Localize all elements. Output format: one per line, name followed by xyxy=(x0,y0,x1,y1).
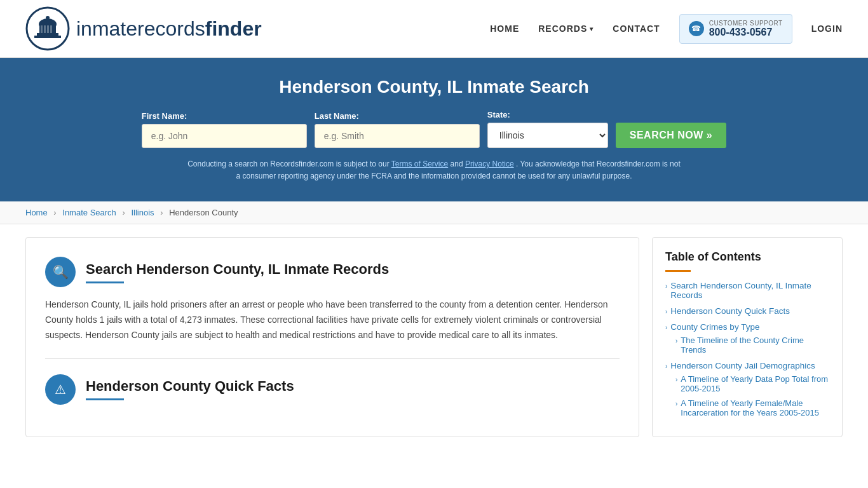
quickfacts-section-header: ⚠ Henderson County Quick Facts xyxy=(45,374,620,405)
breadcrumb-sep-1: › xyxy=(53,208,56,217)
site-header: inmaterecordsfinder HOME RECORDS ▾ CONTA… xyxy=(0,0,868,58)
toc-chevron-yearly-pop: › xyxy=(675,376,677,383)
last-name-group: Last Name: xyxy=(315,111,480,148)
toc-item-yearly-pop: › A Timeline of Yearly Data Pop Total fr… xyxy=(675,374,829,393)
toc-chevron-crime-trends: › xyxy=(675,337,677,344)
svg-rect-9 xyxy=(47,25,49,33)
toc-item-quickfacts: › Henderson County Quick Facts xyxy=(665,306,829,316)
toc-chevron-search: › xyxy=(665,283,667,290)
search-button[interactable]: SEARCH NOW » xyxy=(616,123,726,148)
first-name-group: First Name: xyxy=(142,111,307,148)
toc-underline xyxy=(665,270,691,272)
svg-rect-4 xyxy=(34,36,61,38)
state-label: State: xyxy=(487,110,510,119)
breadcrumb-county: Henderson County xyxy=(169,208,238,217)
toc-item-demographics: › Henderson County Jail Demographics › A… xyxy=(665,361,829,417)
search-section-title: Search Henderson County, IL Inmate Recor… xyxy=(86,261,389,278)
toc-link-quickfacts[interactable]: › Henderson County Quick Facts xyxy=(665,306,829,316)
toc-title: Table of Contents xyxy=(665,250,829,264)
customer-support-box: ☎ CUSTOMER SUPPORT 800-433-0567 xyxy=(679,14,792,44)
first-name-input[interactable] xyxy=(142,124,307,148)
toc-item-crimes: › County Crimes by Type › The Timeline o… xyxy=(665,322,829,355)
logo-text: inmaterecordsfinder xyxy=(76,17,262,41)
search-title-underline xyxy=(86,281,124,283)
privacy-link[interactable]: Privacy Notice xyxy=(465,159,514,168)
breadcrumb-sep-2: › xyxy=(122,208,125,217)
chevron-down-icon: ▾ xyxy=(590,25,593,32)
breadcrumb-sep-3: › xyxy=(160,208,163,217)
toc-link-search[interactable]: › Search Henderson County, IL Inmate Rec… xyxy=(665,281,829,300)
toc-link-female-male[interactable]: › A Timeline of Yearly Female/Male Incar… xyxy=(675,398,829,417)
breadcrumb: Home › Inmate Search › Illinois › Hender… xyxy=(0,201,868,224)
nav-contact[interactable]: CONTACT xyxy=(613,24,660,34)
toc-sub-demographics: › A Timeline of Yearly Data Pop Total fr… xyxy=(665,374,829,417)
toc-link-yearly-pop[interactable]: › A Timeline of Yearly Data Pop Total fr… xyxy=(675,374,829,393)
warning-icon: ⚠ xyxy=(55,382,66,397)
first-name-label: First Name: xyxy=(142,111,187,121)
login-button[interactable]: LOGIN xyxy=(811,24,843,34)
nav-records[interactable]: RECORDS ▾ xyxy=(538,24,593,34)
toc-box: Table of Contents › Search Henderson Cou… xyxy=(652,237,843,437)
sidebar: Table of Contents › Search Henderson Cou… xyxy=(652,237,843,437)
search-section: 🔍 Search Henderson County, IL Inmate Rec… xyxy=(45,257,620,342)
quickfacts-section: ⚠ Henderson County Quick Facts xyxy=(45,374,620,405)
disclaimer-text: Conducting a search on Recordsfinder.com… xyxy=(186,158,682,182)
toc-link-crime-trends[interactable]: › The Timeline of the County Crime Trend… xyxy=(675,336,829,355)
svg-rect-3 xyxy=(37,33,58,36)
state-select[interactable]: Illinois xyxy=(487,123,608,148)
search-section-icon: 🔍 xyxy=(45,257,76,287)
breadcrumb-state[interactable]: Illinois xyxy=(131,208,154,217)
toc-item-female-male: › A Timeline of Yearly Female/Male Incar… xyxy=(675,398,829,417)
search-form: First Name: Last Name: State: Illinois S… xyxy=(25,110,843,148)
toc-chevron-demographics: › xyxy=(665,363,667,370)
hero-section: Henderson County, IL Inmate Search First… xyxy=(0,58,868,201)
phone-icon: ☎ xyxy=(689,21,704,36)
state-group: State: Illinois xyxy=(487,110,608,148)
main-content: 🔍 Search Henderson County, IL Inmate Rec… xyxy=(0,224,868,450)
quickfacts-section-title: Henderson County Quick Facts xyxy=(86,378,294,395)
magnifier-icon: 🔍 xyxy=(53,264,69,280)
toc-chevron-female-male: › xyxy=(675,400,677,407)
search-section-text: Henderson County, IL jails hold prisoner… xyxy=(45,297,620,342)
breadcrumb-home[interactable]: Home xyxy=(25,208,48,217)
toc-link-demographics[interactable]: › Henderson County Jail Demographics xyxy=(665,361,829,370)
toc-item-search: › Search Henderson County, IL Inmate Rec… xyxy=(665,281,829,300)
svg-rect-10 xyxy=(50,25,52,33)
logo-area: inmaterecordsfinder xyxy=(25,6,262,51)
toc-item-crime-trends: › The Timeline of the County Crime Trend… xyxy=(675,336,829,355)
section-divider xyxy=(45,358,620,359)
nav-home[interactable]: HOME xyxy=(490,24,519,34)
support-label: CUSTOMER SUPPORT xyxy=(709,20,783,27)
terms-link[interactable]: Terms of Service xyxy=(391,159,448,168)
toc-link-crimes[interactable]: › County Crimes by Type xyxy=(665,322,829,332)
toc-chevron-quickfacts: › xyxy=(665,308,667,315)
content-area: 🔍 Search Henderson County, IL Inmate Rec… xyxy=(25,237,639,437)
toc-chevron-crimes: › xyxy=(665,324,667,331)
main-nav: HOME RECORDS ▾ CONTACT ☎ CUSTOMER SUPPOR… xyxy=(490,14,843,44)
last-name-input[interactable] xyxy=(315,124,480,148)
toc-sub-crimes: › The Timeline of the County Crime Trend… xyxy=(665,336,829,355)
page-title: Henderson County, IL Inmate Search xyxy=(25,77,843,97)
last-name-label: Last Name: xyxy=(315,111,359,121)
toc-list: › Search Henderson County, IL Inmate Rec… xyxy=(665,281,829,417)
quickfacts-title-underline xyxy=(86,398,124,400)
svg-point-6 xyxy=(46,16,50,20)
logo-icon xyxy=(25,6,70,51)
svg-rect-7 xyxy=(41,25,43,33)
svg-rect-8 xyxy=(44,25,46,33)
support-number: 800-433-0567 xyxy=(709,27,783,38)
search-section-header: 🔍 Search Henderson County, IL Inmate Rec… xyxy=(45,257,620,287)
quickfacts-section-icon: ⚠ xyxy=(45,374,76,405)
breadcrumb-inmate-search[interactable]: Inmate Search xyxy=(62,208,116,217)
